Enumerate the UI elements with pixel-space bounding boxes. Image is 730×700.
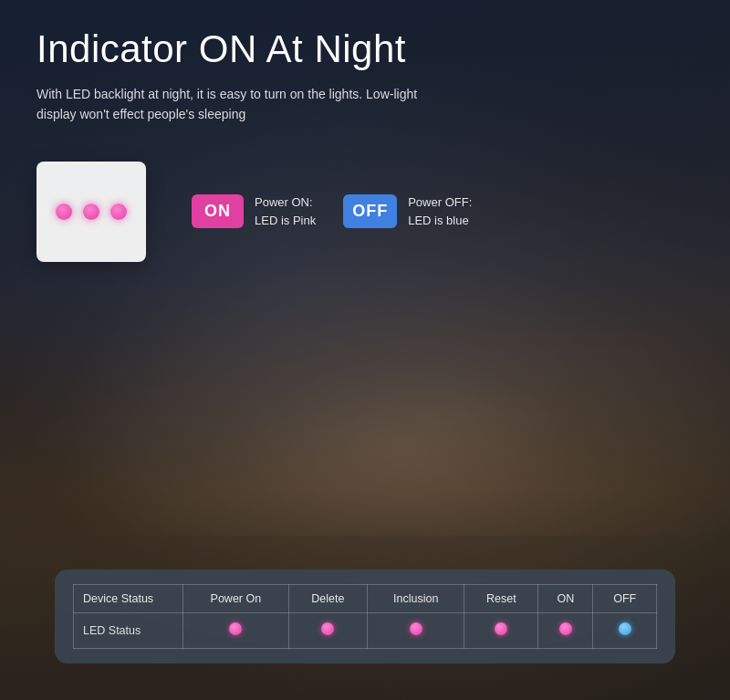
led-dot-off	[619, 622, 631, 635]
indicators-row: ON Power ON: LED is Pink OFF Power OFF: …	[36, 162, 694, 262]
off-badge-group: OFF Power OFF: LED is blue	[343, 193, 472, 229]
col-inclusion: Inclusion	[368, 585, 464, 613]
main-content: Indicator ON At Night With LED backlight…	[0, 0, 730, 700]
col-off: OFF	[593, 585, 657, 613]
led-inclusion	[368, 613, 464, 649]
status-badges: ON Power ON: LED is Pink OFF Power OFF: …	[192, 193, 472, 229]
led-on	[538, 613, 593, 649]
col-on: ON	[538, 585, 593, 613]
col-device-status: Device Status	[74, 585, 183, 613]
led-dot-delete	[321, 622, 334, 635]
off-badge-text: Power OFF: LED is blue	[408, 193, 472, 229]
off-desc-line2: LED is blue	[408, 214, 468, 227]
col-reset: Reset	[464, 585, 538, 613]
switch-led-2	[83, 204, 99, 220]
table-header-row: Device Status Power On Delete Inclusion …	[74, 585, 657, 613]
led-dot-on	[559, 622, 572, 635]
switch-led-1	[56, 204, 72, 220]
table-row: LED Status	[74, 613, 657, 649]
on-desc-line1: Power ON:	[255, 195, 313, 209]
led-power-on	[183, 613, 289, 649]
row-label: LED Status	[74, 613, 183, 649]
status-table-container: Device Status Power On Delete Inclusion …	[55, 569, 675, 663]
switch-panel	[36, 162, 146, 262]
col-delete: Delete	[288, 585, 367, 613]
page-subtitle: With LED backlight at night, it is easy …	[36, 84, 420, 125]
col-power-on: Power On	[183, 585, 289, 613]
on-badge: ON	[192, 194, 244, 228]
status-table: Device Status Power On Delete Inclusion …	[73, 584, 657, 649]
led-dot-power-on	[229, 622, 242, 635]
led-dot-inclusion	[410, 622, 422, 635]
on-badge-text: Power ON: LED is Pink	[255, 193, 316, 229]
on-desc-line2: LED is Pink	[255, 214, 316, 227]
led-dot-reset	[495, 622, 507, 635]
led-delete	[288, 613, 367, 649]
switch-led-3	[110, 204, 127, 220]
on-badge-group: ON Power ON: LED is Pink	[192, 193, 316, 229]
led-off	[593, 613, 657, 649]
off-desc-line1: Power OFF:	[408, 195, 472, 209]
off-badge: OFF	[343, 194, 397, 228]
page-title: Indicator ON At Night	[36, 27, 694, 71]
led-reset	[464, 613, 538, 649]
